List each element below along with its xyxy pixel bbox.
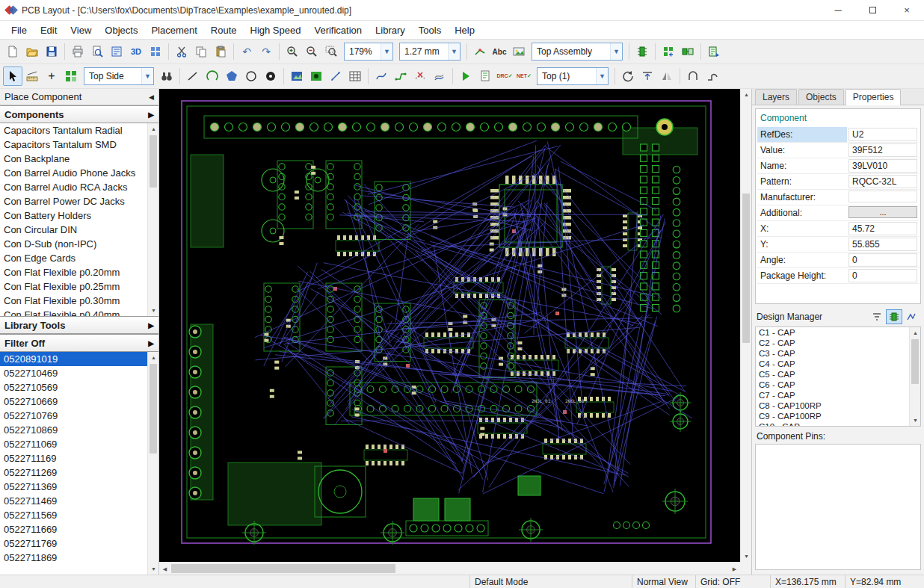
design-manager-item[interactable]: C3 - CAP [756, 348, 909, 359]
teardrop-button[interactable] [703, 66, 722, 86]
zoom-out-button[interactable] [302, 42, 321, 61]
component-pins-list[interactable] [755, 444, 921, 570]
property-label-value[interactable]: Value: [757, 143, 847, 158]
chevron-down-icon[interactable]: ▼ [596, 68, 608, 84]
design-manager-item[interactable]: C2 - CAP [756, 338, 909, 348]
open-button[interactable] [22, 42, 42, 61]
component-category-item[interactable]: Con Flat Flexible p0.20mm [0, 265, 147, 279]
filter-section-header[interactable]: Filter Off ▶ [0, 334, 158, 352]
copy-button[interactable] [191, 42, 211, 61]
part-list-item[interactable]: 0522711169 [0, 451, 147, 465]
part-list-item[interactable]: 0522711669 [0, 522, 147, 536]
place-filled-circle-button[interactable] [261, 66, 280, 86]
library-tools-section-header[interactable]: Library Tools ▶ [0, 316, 158, 334]
part-list-item[interactable]: 0522711769 [0, 536, 147, 551]
route-manager-button[interactable] [704, 42, 724, 61]
minimize-button[interactable]: ─ [821, 0, 855, 21]
component-category-item[interactable]: Con Battery Holders [0, 208, 147, 223]
component-category-item[interactable]: Capacitors Tantalum SMD [0, 137, 147, 152]
3d-preview-button[interactable]: 3D [126, 42, 146, 61]
menu-item[interactable]: Route [204, 22, 244, 38]
drc-button[interactable]: DRC✓ [495, 66, 514, 86]
zoom-select[interactable]: 179% ▼ [344, 43, 393, 61]
menu-item[interactable]: Tools [412, 22, 448, 38]
report-button[interactable] [475, 66, 495, 86]
part-list-item[interactable]: 0522711069 [0, 437, 147, 451]
grid-size-select[interactable]: 1.27 mm ▼ [399, 43, 461, 61]
menu-item[interactable]: Help [448, 22, 481, 38]
component-list-scrollbar[interactable]: ▲ ▼ [147, 123, 158, 316]
collapse-panel-icon[interactable]: ◀ [149, 93, 154, 101]
component-category-item[interactable]: Con Flat Flexible p0.25mm [0, 279, 147, 294]
menu-item[interactable]: High Speed [244, 22, 308, 38]
design-manager-filter-button[interactable] [869, 309, 885, 324]
place-table-button[interactable] [345, 66, 365, 86]
menu-item[interactable]: Verification [307, 22, 369, 38]
property-label-package-height[interactable]: Package Height: [757, 268, 847, 284]
scroll-up-icon[interactable]: ▲ [148, 123, 158, 134]
align-button[interactable] [638, 66, 657, 86]
place-copper-pour-button[interactable] [307, 66, 326, 86]
side-select[interactable]: Top Side ▼ [84, 67, 154, 85]
property-value-y[interactable]: 55.855 [848, 238, 917, 251]
layout-sheets-button[interactable] [146, 42, 165, 61]
menu-item[interactable]: Edit [34, 22, 64, 38]
pattern-editor-button[interactable] [659, 42, 678, 61]
property-value-angle[interactable]: 0 [848, 253, 917, 267]
scrollbar-thumb[interactable] [742, 194, 750, 343]
menu-item[interactable]: View [64, 22, 98, 38]
undo-button[interactable]: ↶ [237, 42, 256, 61]
design-manager-item[interactable]: C9 - CAP100RP [756, 411, 909, 421]
property-value-value[interactable]: 39F512 [848, 143, 917, 157]
property-label-y[interactable]: Y: [757, 237, 847, 253]
property-value-manufacturer[interactable] [848, 191, 917, 202]
part-list-item[interactable]: 0522710769 [0, 409, 147, 423]
property-label-pattern[interactable]: Pattern: [757, 174, 847, 190]
part-list-item[interactable]: 0522710569 [0, 380, 147, 394]
scrollbar-thumb[interactable] [911, 339, 919, 384]
property-label-angle[interactable]: Angle: [757, 253, 847, 268]
part-list-item[interactable]: 0522711869 [0, 551, 147, 565]
part-list-item[interactable]: 0522711569 [0, 508, 147, 522]
update-from-schematic-button[interactable] [678, 42, 697, 61]
menu-item[interactable]: File [4, 22, 34, 38]
print-button[interactable] [68, 42, 87, 61]
unroute-button[interactable] [410, 66, 430, 86]
scroll-down-icon[interactable]: ▼ [910, 415, 921, 426]
edit-traces-button[interactable] [470, 42, 490, 61]
property-label-name[interactable]: Name: [757, 158, 847, 174]
title-blocks-button[interactable] [107, 42, 126, 61]
route-trace-button[interactable] [372, 66, 391, 86]
scroll-up-icon[interactable]: ▲ [148, 352, 158, 363]
component-list-button[interactable] [632, 42, 652, 61]
property-label-additional[interactable]: Additional: [757, 205, 847, 221]
measure-tool-button[interactable] [22, 66, 42, 86]
save-button[interactable] [42, 42, 61, 61]
layer-select[interactable]: Top (1) ▼ [537, 67, 609, 85]
pcb-canvas[interactable]: 2N3L_012N6L_00 [159, 89, 740, 562]
origin-tool-button[interactable]: + [42, 66, 61, 86]
chevron-down-icon[interactable]: ▼ [381, 43, 392, 60]
design-manager-item[interactable]: C8 - CAP100RP [756, 400, 909, 411]
component-category-item[interactable]: Con Edge Cards [0, 251, 147, 265]
zoom-window-button[interactable] [321, 42, 341, 61]
design-manager-nets-button[interactable] [903, 309, 920, 324]
redo-button[interactable]: ↷ [256, 42, 276, 61]
scrollbar-thumb[interactable] [171, 564, 395, 573]
maximize-button[interactable] [855, 0, 890, 21]
part-list-item[interactable]: 0522711369 [0, 480, 147, 494]
component-category-item[interactable]: Con D-Sub (non-IPC) [0, 237, 147, 251]
menu-item[interactable]: Library [369, 22, 412, 38]
place-pattern-button[interactable] [287, 66, 307, 86]
component-category-item[interactable]: Con Flat Flexible p0.30mm [0, 294, 147, 308]
property-value-x[interactable]: 45.72 [848, 222, 917, 235]
design-manager-item[interactable]: C1 - CAP [756, 327, 909, 338]
cut-button[interactable] [172, 42, 191, 61]
chevron-down-icon[interactable]: ▼ [448, 43, 460, 60]
design-manager-scrollbar[interactable]: ▲ ▼ [909, 327, 920, 426]
find-button[interactable] [157, 66, 176, 86]
right-panel-tab[interactable]: Objects [798, 89, 844, 105]
property-value-refdes[interactable]: U2 [848, 128, 917, 141]
part-list-item[interactable]: 0522711469 [0, 494, 147, 508]
scrollbar-thumb[interactable] [150, 364, 157, 454]
